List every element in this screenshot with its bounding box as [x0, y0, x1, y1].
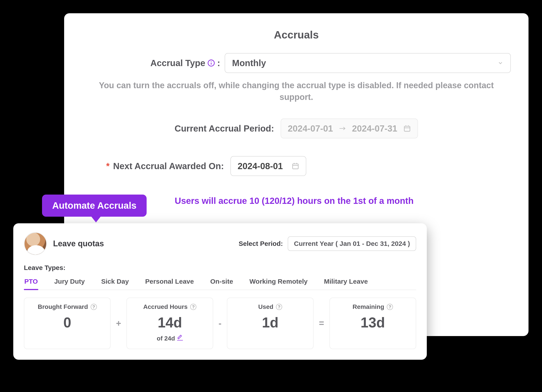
help-icon[interactable]: ?: [276, 304, 282, 310]
leave-quotas-title: Leave quotas: [53, 239, 104, 248]
accruals-title: Accruals: [82, 29, 511, 41]
avatar[interactable]: [24, 232, 47, 255]
accrual-help-text: You can turn the accruals off, while cha…: [82, 80, 511, 103]
edit-icon[interactable]: [177, 335, 183, 342]
stat-used: Used ? 1d: [227, 298, 314, 349]
tab-working-remotely[interactable]: Working Remotely: [249, 275, 308, 290]
stat-remaining: Remaining ? 13d: [330, 298, 416, 349]
current-period-label: Current Accrual Period:: [175, 124, 274, 134]
select-period-dropdown[interactable]: Current Year ( Jan 01 - Dec 31, 2024 ): [288, 236, 416, 251]
calendar-icon: [292, 162, 299, 170]
help-icon[interactable]: ?: [190, 304, 196, 310]
minus-operator: -: [217, 298, 223, 349]
next-award-field[interactable]: 2024-08-01: [230, 156, 306, 176]
svg-point-2: [211, 61, 212, 62]
svg-rect-4: [404, 126, 410, 131]
accrual-type-label-text: Accrual Type: [150, 58, 205, 68]
stat-accrued: Accrued Hours ? 14d of 24d: [126, 298, 213, 349]
plus-operator: +: [114, 298, 122, 349]
help-icon[interactable]: ?: [387, 304, 393, 310]
tab-jury-duty[interactable]: Jury Duty: [54, 275, 85, 290]
next-award-label: * Next Accrual Awarded On:: [106, 161, 224, 171]
leave-types-label: Leave Types:: [24, 264, 416, 272]
stat-accrued-value: 14d: [158, 314, 182, 331]
tab-on-site[interactable]: On-site: [210, 275, 233, 290]
tab-sick-day[interactable]: Sick Day: [101, 275, 129, 290]
stat-accrued-sub-text: of 24d: [157, 335, 175, 342]
leave-type-tabs: PTO Jury Duty Sick Day Personal Leave On…: [24, 275, 416, 290]
quotas-header: Leave quotas Select Period: Current Year…: [24, 232, 416, 255]
tab-pto[interactable]: PTO: [24, 275, 38, 290]
help-icon[interactable]: ?: [91, 304, 97, 310]
required-star: *: [106, 161, 110, 171]
leave-quotas-card: Leave quotas Select Period: Current Year…: [13, 223, 427, 360]
accrual-type-row: Accrual Type : Monthly: [82, 53, 511, 73]
calendar-icon: [403, 125, 411, 132]
stat-used-value: 1d: [262, 314, 279, 331]
period-end: 2024-07-31: [352, 124, 397, 134]
next-award-value: 2024-08-01: [238, 161, 283, 171]
period-start: 2024-07-01: [288, 124, 333, 134]
stat-accrued-sub: of 24d: [157, 335, 183, 342]
stat-bf-value: 0: [63, 314, 71, 331]
stat-bf-label: Brought Forward: [38, 303, 88, 310]
chevron-down-icon: [498, 60, 503, 66]
current-period-label-text: Current Accrual Period:: [175, 124, 274, 134]
accrual-type-select[interactable]: Monthly: [225, 53, 511, 73]
select-period-value: Current Year ( Jan 01 - Dec 31, 2024 ): [294, 240, 410, 247]
current-period-field[interactable]: 2024-07-01 2024-07-31: [281, 118, 418, 138]
stat-remaining-value: 13d: [361, 314, 385, 331]
select-period-label: Select Period:: [238, 240, 283, 247]
stats-row: Brought Forward ? 0 + Accrued Hours ? 14…: [24, 298, 416, 349]
next-award-row: * Next Accrual Awarded On: 2024-08-01: [82, 156, 511, 176]
equals-operator: =: [318, 298, 325, 349]
stat-used-label: Used: [258, 303, 273, 310]
tab-personal-leave[interactable]: Personal Leave: [145, 275, 194, 290]
tab-military-leave[interactable]: Military Leave: [324, 275, 368, 290]
stat-brought-forward: Brought Forward ? 0: [24, 298, 111, 349]
accrual-type-value: Monthly: [232, 58, 266, 68]
arrow-right-icon: [339, 126, 346, 131]
info-icon[interactable]: [207, 59, 215, 67]
current-period-row: Current Accrual Period: 2024-07-01 2024-…: [82, 118, 511, 138]
stat-remaining-label: Remaining: [352, 303, 384, 310]
stat-accrued-label: Accrued Hours: [143, 303, 188, 310]
automate-accruals-tooltip: Automate Accruals: [42, 194, 146, 217]
accrual-type-label: Accrual Type :: [150, 58, 220, 68]
accrual-note: Users will accrue 10 (120/12) hours on t…: [175, 196, 511, 206]
next-award-label-text: Next Accrual Awarded On:: [113, 161, 224, 171]
colon: :: [217, 58, 220, 68]
svg-rect-8: [293, 164, 298, 169]
